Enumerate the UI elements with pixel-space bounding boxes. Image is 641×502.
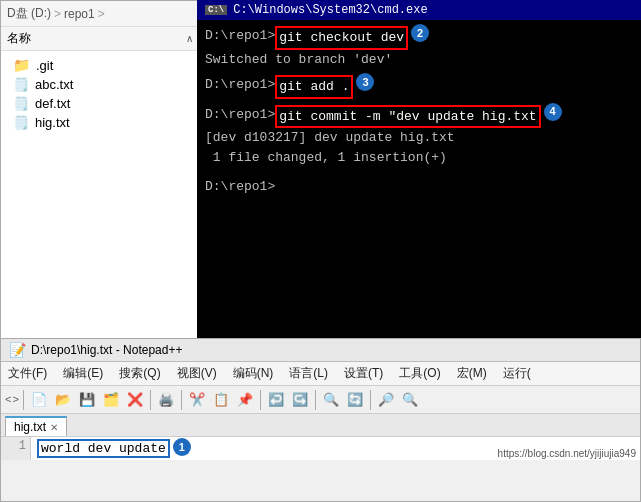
save-button[interactable]: 💾 xyxy=(76,389,98,411)
sort-icon: ∧ xyxy=(186,33,193,44)
open-button[interactable]: 📂 xyxy=(52,389,74,411)
cmd-line-3: D:\repo1> git commit -m "dev update hig.… xyxy=(205,105,633,129)
cmd-icon: C:\ xyxy=(205,5,227,15)
breadcrumb-sep2: > xyxy=(98,7,105,21)
column-header-name: 名称 xyxy=(7,30,31,47)
right-arrow-icon[interactable]: > xyxy=(13,394,20,406)
cmd-line-final: D:\repo1> xyxy=(205,177,633,197)
npp-tabs: hig.txt ✕ xyxy=(1,414,640,437)
breadcrumb-sep1: > xyxy=(54,7,61,21)
menu-tools[interactable]: 工具(O) xyxy=(396,364,443,383)
cmd-window: C:\ C:\Windows\System32\cmd.exe D:\repo1… xyxy=(197,0,641,340)
list-item[interactable]: 🗒️ def.txt xyxy=(1,94,199,113)
badge-2: 2 xyxy=(411,24,429,42)
cmd-line-2: D:\repo1> git add . 3 xyxy=(205,75,633,99)
tab-hig-txt[interactable]: hig.txt ✕ xyxy=(5,416,67,436)
redo-button[interactable]: ↪️ xyxy=(289,389,311,411)
npp-toolbar: < > 📄 📂 💾 🗂️ ❌ 🖨️ ✂️ 📋 📌 ↩️ ↪️ 🔍 🔄 🔎 🔍 xyxy=(1,386,640,414)
item-name: .git xyxy=(36,58,53,73)
npp-titlebar: 📝 D:\repo1\hig.txt - Notepad++ xyxy=(1,339,640,362)
breadcrumb: D盘 (D:) > repo1 > xyxy=(1,1,199,27)
file-icon: 🗒️ xyxy=(13,115,29,130)
copy-button[interactable]: 📋 xyxy=(210,389,232,411)
item-name: abc.txt xyxy=(35,77,73,92)
paste-button[interactable]: 📌 xyxy=(234,389,256,411)
cmd-prompt-1: D:\repo1> xyxy=(205,26,275,46)
toolbar-separator-0 xyxy=(23,390,24,410)
tab-close-icon[interactable]: ✕ xyxy=(50,422,58,433)
cmd-command-3: git commit -m "dev update hig.txt xyxy=(275,105,540,129)
cmd-output-text-2: [dev d103217] dev update hig.txt xyxy=(205,130,455,145)
cmd-command-1: git checkout dev xyxy=(275,26,408,50)
item-name: hig.txt xyxy=(35,115,70,130)
toolbar-separator-5 xyxy=(370,390,371,410)
zoom-in-button[interactable]: 🔎 xyxy=(375,389,397,411)
menu-run[interactable]: 运行( xyxy=(500,364,534,383)
cmd-command-2: git add . xyxy=(275,75,353,99)
toolbar-separator-4 xyxy=(315,390,316,410)
menu-search[interactable]: 搜索(Q) xyxy=(116,364,163,383)
toolbar-separator-1 xyxy=(150,390,151,410)
cmd-line-1: D:\repo1> git checkout dev 2 xyxy=(205,26,633,50)
toolbar-separator-2 xyxy=(181,390,182,410)
cut-button[interactable]: ✂️ xyxy=(186,389,208,411)
code-highlighted-text[interactable]: world dev update xyxy=(37,439,170,458)
cmd-output-text-1: Switched to branch 'dev' xyxy=(205,52,392,67)
npp-title: D:\repo1\hig.txt - Notepad++ xyxy=(31,343,182,357)
nav-arrows: < > xyxy=(5,394,19,406)
menu-view[interactable]: 视图(V) xyxy=(174,364,220,383)
npp-icon: 📝 xyxy=(9,342,26,358)
undo-button[interactable]: ↩️ xyxy=(265,389,287,411)
file-icon: 🗒️ xyxy=(13,96,29,111)
left-arrow-icon[interactable]: < xyxy=(5,394,12,406)
cmd-output-3: 1 file changed, 1 insertion(+) xyxy=(205,148,633,168)
tab-label: hig.txt xyxy=(14,420,46,434)
line-number-1: 1 xyxy=(5,439,26,453)
folder-icon: 📁 xyxy=(13,57,30,73)
npp-editor: 1 world dev update 1 https://blog.csdn.n… xyxy=(1,437,640,460)
cmd-output-1: Switched to branch 'dev' xyxy=(205,50,633,70)
cmd-titlebar: C:\ C:\Windows\System32\cmd.exe xyxy=(197,0,641,20)
toolbar-separator-3 xyxy=(260,390,261,410)
zoom-out-button[interactable]: 🔍 xyxy=(399,389,421,411)
breadcrumb-drive[interactable]: D盘 (D:) xyxy=(7,5,51,22)
new-button[interactable]: 📄 xyxy=(28,389,50,411)
item-name: def.txt xyxy=(35,96,70,111)
menu-encoding[interactable]: 编码(N) xyxy=(230,364,277,383)
cmd-title: C:\Windows\System32\cmd.exe xyxy=(233,3,427,17)
badge-1: 1 xyxy=(173,438,191,456)
find-button[interactable]: 🔍 xyxy=(320,389,342,411)
replace-button[interactable]: 🔄 xyxy=(344,389,366,411)
save-all-button[interactable]: 🗂️ xyxy=(100,389,122,411)
menu-edit[interactable]: 编辑(E) xyxy=(60,364,106,383)
cmd-prompt-3: D:\repo1> xyxy=(205,105,275,125)
cmd-prompt-2: D:\repo1> xyxy=(205,75,275,95)
npp-menubar: 文件(F) 编辑(E) 搜索(Q) 视图(V) 编码(N) 语言(L) 设置(T… xyxy=(1,362,640,386)
line-numbers: 1 xyxy=(1,437,31,460)
list-item[interactable]: 📁 .git xyxy=(1,55,199,75)
badge-3: 3 xyxy=(356,73,374,91)
menu-language[interactable]: 语言(L) xyxy=(286,364,331,383)
menu-settings[interactable]: 设置(T) xyxy=(341,364,386,383)
print-button[interactable]: 🖨️ xyxy=(155,389,177,411)
cmd-prompt-final: D:\repo1> xyxy=(205,177,275,197)
file-explorer: D盘 (D:) > repo1 > 名称 ∧ 📁 .git 🗒️ abc.txt… xyxy=(0,0,200,340)
breadcrumb-repo[interactable]: repo1 xyxy=(64,7,95,21)
cmd-body: D:\repo1> git checkout dev 2 Switched to… xyxy=(197,20,641,203)
list-item[interactable]: 🗒️ abc.txt xyxy=(1,75,199,94)
cmd-output-2: [dev d103217] dev update hig.txt xyxy=(205,128,633,148)
list-item[interactable]: 🗒️ hig.txt xyxy=(1,113,199,132)
badge-4: 4 xyxy=(544,103,562,121)
notepad-window: 📝 D:\repo1\hig.txt - Notepad++ 文件(F) 编辑(… xyxy=(0,338,641,502)
npp-statusbar: https://blog.csdn.net/yjijiujia949 xyxy=(494,447,640,460)
column-header-bar: 名称 ∧ xyxy=(1,27,199,51)
close-button[interactable]: ❌ xyxy=(124,389,146,411)
menu-macro[interactable]: 宏(M) xyxy=(454,364,490,383)
file-list: 📁 .git 🗒️ abc.txt 🗒️ def.txt 🗒️ hig.txt xyxy=(1,51,199,136)
file-icon: 🗒️ xyxy=(13,77,29,92)
cmd-output-text-3: 1 file changed, 1 insertion(+) xyxy=(205,150,447,165)
menu-file[interactable]: 文件(F) xyxy=(5,364,50,383)
